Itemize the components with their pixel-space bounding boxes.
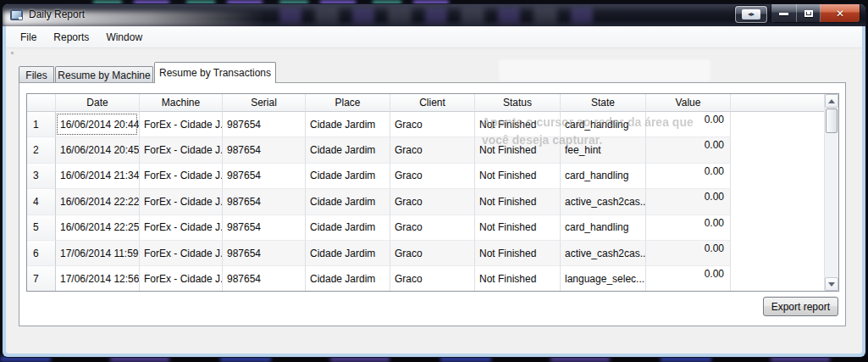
cell-serial[interactable]: 987654 xyxy=(223,189,306,214)
menu-item-reports[interactable]: Reports xyxy=(45,28,97,47)
cell-status[interactable]: Not Finished xyxy=(475,164,561,189)
row-header-cell[interactable]: 5 xyxy=(27,215,56,241)
cell-serial[interactable]: 987654 xyxy=(223,241,306,266)
cell-date[interactable]: 16/06/2014 20:44 xyxy=(56,112,140,137)
cell-machine[interactable]: ForEx - Cidade J... xyxy=(140,241,223,266)
cell-state[interactable]: fee_hint xyxy=(561,137,646,163)
cell-place[interactable]: Cidade Jardim xyxy=(306,241,390,266)
scroll-down-button[interactable] xyxy=(825,277,838,291)
column-header-rownum[interactable] xyxy=(27,94,56,112)
table-row[interactable]: 116/06/2014 20:44ForEx - Cidade J...9876… xyxy=(27,112,824,137)
cell-value[interactable]: 0.00 xyxy=(646,112,731,137)
cell-state[interactable]: active_cash2cas... xyxy=(561,241,646,266)
scroll-track[interactable] xyxy=(825,108,838,277)
maximize-button[interactable] xyxy=(797,4,821,22)
cell-status[interactable]: Not Finished xyxy=(475,241,561,266)
cell-status[interactable]: Not Finished xyxy=(475,112,561,137)
cell-place[interactable]: Cidade Jardim xyxy=(306,266,390,291)
cell-serial[interactable]: 987654 xyxy=(223,266,306,291)
tab-resume-by-machine[interactable]: Resume by Machine xyxy=(55,66,153,83)
cell-status[interactable]: Not Finished xyxy=(475,215,561,241)
cell-status[interactable]: Not Finished xyxy=(475,137,561,163)
titlebar-extra-button[interactable]: ◂▸ xyxy=(735,6,767,23)
cell-client[interactable]: Graco xyxy=(390,215,475,241)
table-row[interactable]: 717/06/2014 12:56ForEx - Cidade J...9876… xyxy=(27,266,824,291)
column-header-serial[interactable]: Serial xyxy=(223,94,306,112)
cell-client[interactable]: Graco xyxy=(390,241,475,266)
cell-serial[interactable]: 987654 xyxy=(223,137,306,163)
tab-resume-by-transactions[interactable]: Resume by Transactions xyxy=(154,62,276,83)
cell-status[interactable]: Not Finished xyxy=(475,266,561,291)
table-row[interactable]: 516/06/2014 22:25ForEx - Cidade J...9876… xyxy=(27,215,824,241)
close-icon: ✕ xyxy=(836,8,844,19)
menu-item-file[interactable]: File xyxy=(12,28,45,47)
tab-files[interactable]: Files xyxy=(19,66,54,83)
minimize-button[interactable] xyxy=(771,4,797,22)
cell-state[interactable]: card_handling xyxy=(561,112,646,137)
cell-status[interactable]: Not Finished xyxy=(475,189,561,214)
cell-date[interactable]: 17/06/2014 11:59 xyxy=(56,241,140,266)
vertical-scrollbar[interactable] xyxy=(824,94,838,291)
cell-client[interactable]: Graco xyxy=(390,164,475,189)
row-header-cell[interactable]: 3 xyxy=(27,164,56,189)
cell-state[interactable]: card_handling xyxy=(561,164,646,189)
cell-client[interactable]: Graco xyxy=(390,266,475,291)
column-header-state[interactable]: State xyxy=(561,94,646,112)
cell-place[interactable]: Cidade Jardim xyxy=(306,215,390,241)
table-row[interactable]: 216/06/2014 20:45ForEx - Cidade J...9876… xyxy=(27,137,824,163)
cell-value[interactable]: 0.00 xyxy=(646,189,731,214)
table-row[interactable]: 316/06/2014 21:34ForEx - Cidade J...9876… xyxy=(27,164,824,189)
row-filler xyxy=(731,189,824,214)
cell-place[interactable]: Cidade Jardim xyxy=(306,137,390,163)
cell-serial[interactable]: 987654 xyxy=(223,215,306,241)
cell-value[interactable]: 0.00 xyxy=(646,164,731,189)
row-header-cell[interactable]: 2 xyxy=(27,137,56,163)
menu-item-window[interactable]: Window xyxy=(97,28,151,47)
cell-place[interactable]: Cidade Jardim xyxy=(306,189,390,214)
cell-value[interactable]: 0.00 xyxy=(646,137,731,163)
row-header-cell[interactable]: 7 xyxy=(27,266,56,291)
column-header-status[interactable]: Status xyxy=(475,94,561,112)
cell-state[interactable]: language_selec... xyxy=(561,266,646,291)
cell-date[interactable]: 16/06/2014 22:25 xyxy=(56,215,140,241)
cell-date[interactable]: 16/06/2014 20:45 xyxy=(56,137,140,163)
cell-machine[interactable]: ForEx - Cidade J... xyxy=(140,266,223,291)
column-header-client[interactable]: Client xyxy=(390,94,475,112)
window-icon xyxy=(10,9,23,20)
cell-machine[interactable]: ForEx - Cidade J... xyxy=(140,215,223,241)
cell-date[interactable]: 16/06/2014 22:22 xyxy=(56,189,140,214)
cell-client[interactable]: Graco xyxy=(390,189,475,214)
cell-client[interactable]: Graco xyxy=(390,112,475,137)
table-row[interactable]: 617/06/2014 11:59ForEx - Cidade J...9876… xyxy=(27,241,824,266)
row-header-cell[interactable]: 6 xyxy=(27,241,56,266)
cell-serial[interactable]: 987654 xyxy=(223,164,306,189)
cell-place[interactable]: Cidade Jardim xyxy=(306,112,390,137)
row-header-cell[interactable]: 1 xyxy=(27,112,56,137)
scroll-up-button[interactable] xyxy=(825,94,838,108)
window-client-area: File Reports Window Files Resume by Mach… xyxy=(6,26,862,354)
export-report-button[interactable]: Export report xyxy=(763,297,838,316)
cell-value[interactable]: 0.00 xyxy=(646,241,731,266)
cell-client[interactable]: Graco xyxy=(390,137,475,163)
scroll-thumb[interactable] xyxy=(826,109,838,133)
column-header-date[interactable]: Date xyxy=(56,94,140,112)
column-header-value[interactable]: Value xyxy=(646,94,731,112)
cell-value[interactable]: 0.00 xyxy=(646,215,731,241)
row-header-cell[interactable]: 4 xyxy=(27,189,56,214)
cell-date[interactable]: 16/06/2014 21:34 xyxy=(56,164,140,189)
cell-place[interactable]: Cidade Jardim xyxy=(306,164,390,189)
cell-date[interactable]: 17/06/2014 12:56 xyxy=(56,266,140,291)
column-header-place[interactable]: Place xyxy=(306,94,390,112)
table-row[interactable]: 416/06/2014 22:22ForEx - Cidade J...9876… xyxy=(27,189,824,214)
cell-machine[interactable]: ForEx - Cidade J... xyxy=(140,189,223,214)
cell-state[interactable]: card_handling xyxy=(561,215,646,241)
cell-machine[interactable]: ForEx - Cidade J... xyxy=(140,112,223,137)
cell-machine[interactable]: ForEx - Cidade J... xyxy=(140,137,223,163)
column-header-machine[interactable]: Machine xyxy=(140,94,223,112)
cell-state[interactable]: active_cash2cas... xyxy=(561,189,646,214)
cell-serial[interactable]: 987654 xyxy=(223,112,306,137)
cell-value[interactable]: 0.00 xyxy=(646,266,731,291)
close-button[interactable]: ✕ xyxy=(821,4,860,22)
titlebar[interactable]: Daily Report ◂▸ ✕ xyxy=(3,4,865,26)
cell-machine[interactable]: ForEx - Cidade J... xyxy=(140,164,223,189)
